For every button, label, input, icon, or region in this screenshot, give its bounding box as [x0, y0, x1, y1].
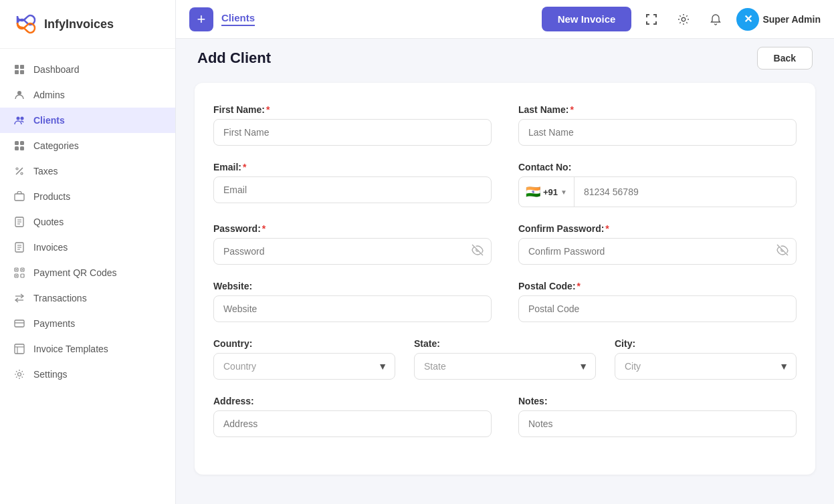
svg-point-5 [17, 117, 20, 120]
contact-row: Email:* Contact No: 🇮🇳 +91 ▼ [213, 162, 797, 207]
website-input[interactable] [213, 295, 492, 322]
svg-rect-29 [16, 275, 17, 277]
state-select-wrap: State ▼ [414, 353, 596, 380]
sidebar-nav: Dashboard Admins Clients C [0, 49, 175, 504]
svg-point-37 [18, 373, 21, 376]
state-select[interactable]: State [414, 353, 596, 380]
settings-button[interactable] [671, 7, 696, 31]
city-select[interactable]: City [615, 353, 797, 380]
postal-code-input[interactable] [518, 295, 797, 322]
confirm-password-toggle-button[interactable] [776, 244, 789, 259]
password-label: Password:* [213, 223, 492, 234]
india-flag: 🇮🇳 [526, 184, 540, 199]
topbar: + Clients New Invoice ✕ Super Admin [176, 0, 834, 39]
password-toggle-button[interactable] [472, 244, 484, 259]
sidebar-item-invoices[interactable]: Invoices [0, 235, 175, 260]
sidebar-item-label: Taxes [33, 166, 58, 176]
svg-line-11 [16, 168, 23, 174]
svg-rect-3 [20, 70, 24, 74]
phone-country-select[interactable]: 🇮🇳 +91 ▼ [519, 177, 575, 207]
address-group: Address: [213, 396, 492, 437]
sidebar-item-label: Products [33, 191, 70, 202]
user-avatar-area[interactable]: ✕ Super Admin [736, 7, 821, 31]
sidebar-item-payments[interactable]: Payments [0, 311, 175, 336]
categories-icon [13, 140, 25, 152]
dashboard-icon [13, 64, 25, 76]
sidebar-item-invoice-templates[interactable]: Invoice Templates [0, 336, 175, 362]
sidebar-item-label: Transactions [33, 293, 87, 303]
last-name-input[interactable] [518, 119, 797, 146]
postal-code-group: Postal Code:* [518, 281, 797, 322]
svg-point-4 [17, 91, 21, 95]
svg-rect-10 [20, 146, 24, 150]
main-content: Add Client Back First Name:* Last Nam [176, 39, 834, 504]
notes-input[interactable] [518, 410, 797, 437]
invoices-icon [13, 241, 25, 253]
payments-icon [13, 318, 25, 330]
address-input[interactable] [213, 410, 492, 437]
sidebar-item-payment-qr[interactable]: Payment QR Codes [0, 260, 175, 285]
address-notes-row: Address: Notes: [213, 396, 797, 437]
add-button[interactable]: + [189, 7, 213, 31]
sidebar-item-label: Settings [33, 369, 68, 380]
sidebar-item-taxes[interactable]: Taxes [0, 158, 175, 184]
notes-label: Notes: [518, 396, 797, 406]
sidebar-item-transactions[interactable]: Transactions [0, 285, 175, 311]
admins-icon [13, 89, 25, 101]
country-select[interactable]: Country [213, 353, 395, 380]
eye-off-icon [472, 244, 484, 256]
email-input[interactable] [213, 176, 492, 203]
website-postal-row: Website: Postal Code:* [213, 281, 797, 322]
first-name-group: First Name:* [213, 104, 492, 146]
sidebar-item-label: Dashboard [33, 64, 80, 75]
taxes-icon [13, 165, 25, 177]
phone-dropdown-icon: ▼ [560, 188, 567, 196]
sidebar-item-products[interactable]: Products [0, 184, 175, 209]
password-input[interactable] [213, 238, 492, 265]
templates-icon [13, 343, 25, 355]
sidebar-item-settings[interactable]: Settings [0, 362, 175, 387]
last-name-group: Last Name:* [518, 104, 797, 146]
clients-icon [13, 114, 25, 126]
password-input-wrap [213, 238, 492, 265]
sidebar-item-quotes[interactable]: Quotes [0, 209, 175, 235]
svg-rect-2 [15, 70, 19, 74]
sidebar-item-label: Invoice Templates [33, 344, 108, 354]
sidebar-item-label: Categories [33, 140, 79, 151]
phone-code: +91 [543, 187, 558, 197]
sidebar-item-dashboard[interactable]: Dashboard [0, 57, 175, 82]
svg-point-6 [21, 117, 24, 120]
back-button[interactable]: Back [757, 47, 813, 70]
notes-group: Notes: [518, 396, 797, 437]
phone-number-input[interactable] [575, 179, 796, 205]
city-select-wrap: City ▼ [615, 353, 797, 380]
confirm-password-label: Confirm Password:* [518, 223, 797, 234]
topbar-tab: Clients [221, 12, 255, 26]
state-label: State: [414, 338, 596, 349]
password-row: Password:* Confirm Password:* [213, 223, 797, 265]
sidebar-item-label: Payments [33, 318, 75, 329]
gear-icon [677, 13, 690, 25]
svg-rect-14 [15, 194, 24, 201]
sidebar-item-label: Clients [33, 115, 65, 126]
first-name-input[interactable] [213, 119, 492, 146]
city-group: City: City ▼ [615, 338, 797, 380]
city-label: City: [615, 338, 797, 349]
sidebar-item-label: Invoices [33, 242, 68, 253]
fullscreen-button[interactable] [639, 7, 663, 31]
notifications-button[interactable] [704, 7, 728, 31]
confirm-password-group: Confirm Password:* [518, 223, 797, 265]
settings-icon [13, 368, 25, 380]
confirm-password-input[interactable] [518, 238, 797, 265]
sidebar-item-clients[interactable]: Clients [0, 108, 175, 133]
website-group: Website: [213, 281, 492, 322]
country-label: Country: [213, 338, 395, 349]
email-label: Email:* [213, 162, 492, 172]
new-invoice-button[interactable]: New Invoice [542, 7, 632, 31]
logo-icon [13, 12, 37, 36]
svg-rect-32 [15, 320, 24, 327]
sidebar-item-admins[interactable]: Admins [0, 82, 175, 108]
svg-point-13 [21, 172, 23, 174]
sidebar-item-categories[interactable]: Categories [0, 133, 175, 158]
transactions-icon [13, 292, 25, 304]
